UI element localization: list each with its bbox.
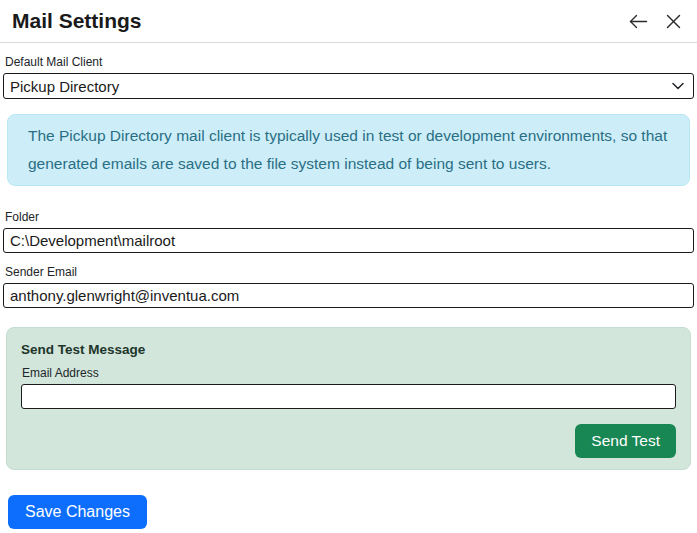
folder-input[interactable] [3,228,694,253]
test-email-input[interactable] [21,384,676,409]
header-icons [627,11,683,32]
save-changes-button[interactable]: Save Changes [8,495,147,529]
info-alert-text: The Pickup Directory mail client is typi… [28,122,669,178]
test-email-label: Email Address [22,366,676,380]
send-test-title: Send Test Message [21,342,676,358]
arrow-left-icon [629,13,648,30]
close-icon [666,14,681,29]
send-test-button-row: Send Test [21,424,676,458]
default-mail-client-select[interactable]: Pickup Directory [3,73,694,99]
sender-email-label: Sender Email [5,265,694,279]
back-button[interactable] [627,11,650,32]
close-button[interactable] [664,12,683,31]
folder-label: Folder [5,210,694,224]
send-test-button[interactable]: Send Test [575,424,676,458]
header-divider [0,42,697,43]
page-header: Mail Settings [0,0,697,34]
default-mail-client-label: Default Mail Client [5,55,694,69]
default-mail-client-select-wrap: Pickup Directory [3,73,694,99]
sender-email-input[interactable] [3,283,694,308]
info-alert: The Pickup Directory mail client is typi… [7,114,690,186]
settings-form: Default Mail Client Pickup Directory The… [0,55,697,529]
page-title: Mail Settings [12,8,142,34]
send-test-panel: Send Test Message Email Address Send Tes… [6,327,691,470]
